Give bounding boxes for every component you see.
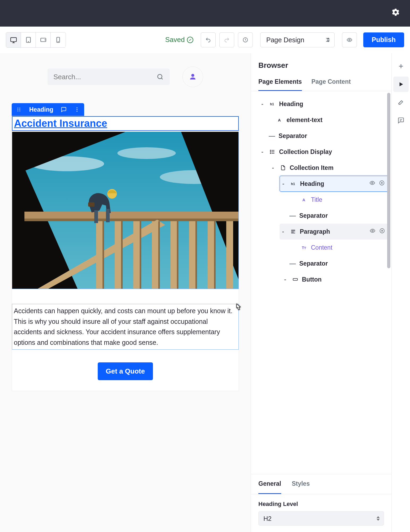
save-status: Saved	[165, 36, 193, 44]
side-panel: Browser Page Elements Page Content - h1 …	[251, 53, 391, 532]
svg-point-13	[19, 108, 20, 108]
gear-icon[interactable]	[391, 8, 400, 19]
paragraph-element[interactable]: Accidents can happen quickly, and costs …	[12, 304, 239, 350]
svg-point-18	[76, 111, 77, 112]
tree-paragraph[interactable]: - Paragraph	[280, 224, 389, 240]
svg-rect-35	[140, 221, 141, 289]
svg-point-50	[371, 182, 373, 184]
tab-general[interactable]: General	[258, 474, 281, 494]
tree-title-mapped[interactable]: A Title	[251, 192, 389, 208]
svg-point-46	[270, 150, 271, 150]
button-icon	[292, 277, 299, 282]
tree-content-mapped[interactable]: Tᴛ Content	[251, 240, 389, 255]
paragraph-text: Accidents can happen quickly, and costs …	[14, 306, 237, 348]
kebab-icon[interactable]	[74, 107, 80, 112]
tree-separator-3[interactable]: — Separator	[251, 255, 389, 271]
heading-text: Accident Insurance	[14, 118, 237, 129]
eye-icon[interactable]	[369, 180, 375, 187]
tab-page-content[interactable]: Page Content	[311, 74, 351, 91]
heading-level-select-wrap[interactable]: H2	[258, 511, 384, 526]
panel-title: Browser	[251, 53, 391, 74]
browser-tabs: Page Elements Page Content	[251, 74, 391, 91]
svg-rect-33	[102, 221, 104, 289]
preview-button[interactable]	[342, 32, 357, 47]
svg-text:A: A	[302, 198, 305, 202]
history-button[interactable]	[238, 32, 253, 47]
page-icon	[280, 165, 287, 171]
svg-rect-23	[24, 212, 238, 219]
avatar[interactable]	[182, 66, 203, 87]
right-rail	[391, 53, 410, 532]
browser-toggle-button[interactable]	[393, 77, 409, 92]
svg-rect-25	[96, 221, 103, 289]
device-mobile-button[interactable]	[51, 32, 66, 47]
app-top-bar	[0, 0, 410, 27]
svg-rect-29	[170, 221, 177, 289]
svg-point-14	[19, 109, 20, 110]
comment-icon[interactable]	[61, 107, 67, 112]
svg-text:h1: h1	[291, 182, 295, 186]
tab-page-elements[interactable]: Page Elements	[258, 74, 302, 91]
search-icon	[156, 73, 164, 81]
drag-handle-icon[interactable]	[16, 107, 22, 112]
svg-rect-38	[195, 221, 197, 289]
svg-rect-56	[293, 278, 298, 280]
svg-point-2	[28, 41, 29, 42]
tree-heading[interactable]: - h1 Heading	[251, 96, 389, 112]
pointer-cursor-icon	[234, 303, 243, 313]
svg-point-47	[270, 152, 271, 152]
svg-text:Tᴛ: Tᴛ	[302, 246, 306, 250]
search-input[interactable]	[53, 73, 156, 81]
svg-rect-40	[106, 209, 110, 222]
heading-level-select[interactable]: H2	[258, 511, 384, 526]
tree-separator-1[interactable]: — Separator	[251, 128, 389, 144]
element-selection-toolbar: Heading	[12, 103, 84, 116]
svg-text:h1: h1	[270, 102, 274, 106]
image-element[interactable]	[12, 132, 239, 289]
remove-icon[interactable]	[379, 180, 385, 187]
props-tabs: General Styles	[251, 474, 391, 494]
eye-icon[interactable]	[370, 228, 375, 235]
construction-image	[12, 132, 238, 289]
heading-element[interactable]: Accident Insurance	[12, 116, 239, 131]
publish-button[interactable]: Publish	[363, 32, 404, 47]
svg-point-6	[58, 41, 58, 42]
page-select-wrap[interactable]: Page Design	[260, 32, 335, 47]
undo-button[interactable]	[201, 32, 216, 47]
svg-rect-36	[158, 221, 160, 289]
svg-rect-34	[121, 221, 123, 289]
tab-styles[interactable]: Styles	[292, 474, 310, 494]
element-tree: - h1 Heading A element-text — Separator …	[251, 91, 391, 474]
page-select[interactable]: Page Design	[260, 32, 335, 47]
tree-heading-selected[interactable]: - h1 Heading	[280, 176, 389, 192]
paragraph-icon	[290, 229, 297, 234]
save-status-label: Saved	[165, 36, 185, 44]
remove-icon[interactable]	[379, 228, 385, 235]
add-element-button[interactable]	[393, 58, 409, 74]
button-row: Get a Quote	[12, 350, 239, 391]
design-button[interactable]	[393, 95, 409, 110]
tree-separator-2[interactable]: — Separator	[251, 208, 389, 224]
editor-toolbar: Saved Page Design Publish	[0, 27, 410, 53]
svg-point-48	[270, 153, 271, 153]
comments-button[interactable]	[393, 113, 409, 128]
tree-element-text[interactable]: A element-text	[251, 112, 389, 128]
collection-card: Heading Accident Insurance	[0, 103, 251, 391]
search-bar[interactable]	[48, 69, 170, 85]
redo-button[interactable]	[219, 32, 234, 47]
user-icon	[189, 73, 197, 81]
tree-collection-item[interactable]: - Collection Item	[251, 160, 389, 176]
quote-button[interactable]: Get a Quote	[98, 362, 153, 380]
svg-rect-39	[214, 221, 216, 289]
svg-point-16	[76, 107, 77, 108]
tree-collection-display[interactable]: - Collection Display	[251, 144, 389, 160]
tree-scrollbar[interactable]	[387, 93, 390, 268]
device-tablet-button[interactable]	[21, 32, 36, 47]
svg-point-4	[45, 40, 45, 40]
tree-button[interactable]: - Button	[251, 271, 389, 287]
canvas-header	[0, 66, 251, 103]
browser-panel: Browser Page Elements Page Content - h1 …	[251, 53, 391, 532]
svg-rect-0	[11, 37, 16, 41]
device-desktop-button[interactable]	[6, 32, 21, 47]
device-tablet-landscape-button[interactable]	[36, 32, 51, 47]
